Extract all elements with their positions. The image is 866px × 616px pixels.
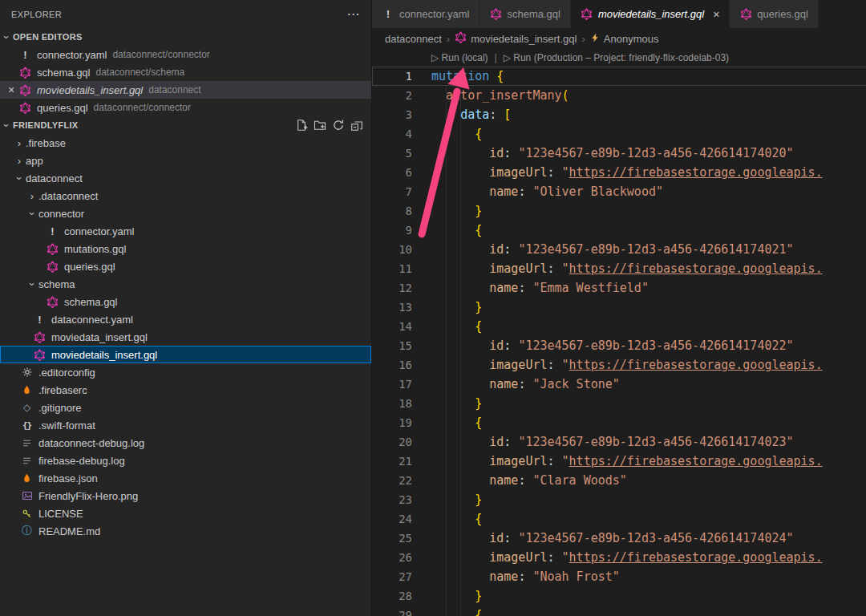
- folder-name: .firebase: [26, 137, 66, 149]
- code-text: {: [412, 509, 482, 529]
- graphql-icon: [32, 331, 47, 343]
- tree-item-connector[interactable]: ›connector: [0, 205, 371, 222]
- open-editor-item-connector-yaml[interactable]: ! connector.yaml dataconnect/connector: [0, 46, 371, 63]
- file-name: .gitignore: [38, 402, 81, 414]
- close-icon[interactable]: ×: [713, 8, 719, 21]
- info-icon: ⓘ: [19, 524, 34, 538]
- chevron-down-icon: ›: [26, 207, 38, 220]
- breadcrumb-item-dataconnect[interactable]: dataconnect: [385, 33, 442, 45]
- line-number: 20: [372, 432, 412, 452]
- open-editor-item-queries-gql[interactable]: queries.gql dataconnect/connector: [0, 99, 371, 116]
- codelens-run-production[interactable]: ▷ Run (Production – Project: friendly-fl…: [504, 49, 729, 67]
- tree-item-moviedata-insert-gql[interactable]: moviedata_insert.gql: [0, 328, 371, 346]
- tree-item-firebase[interactable]: ›.firebase: [0, 134, 371, 152]
- tab-moviedetails-insert-gql[interactable]: moviedetails_insert.gql ×: [571, 0, 730, 28]
- log-icon: [19, 456, 34, 466]
- code-line[interactable]: 1mutation {: [372, 67, 866, 86]
- line-number: 14: [372, 317, 412, 336]
- file-name: mutations.gql: [64, 243, 126, 255]
- file-name: firebase-debug.log: [38, 455, 125, 467]
- code-text: imageUrl: "https://firebasestorage.googl…: [412, 452, 823, 471]
- tab-label: moviedetails_insert.gql: [598, 8, 704, 20]
- line-number: 16: [372, 355, 412, 375]
- file-name: dataconnect-debug.log: [38, 437, 144, 449]
- chevron-right-icon: ›: [13, 137, 26, 149]
- tree-item-moviedetails-insert-gql[interactable]: moviedetails_insert.gql: [0, 346, 371, 363]
- breadcrumb-label: dataconnect: [385, 33, 442, 45]
- file-name: schema.gql: [64, 296, 117, 308]
- graphql-icon: [45, 296, 60, 308]
- line-number: 9: [372, 221, 412, 240]
- line-number: 12: [372, 278, 412, 298]
- code-text: {: [412, 221, 482, 240]
- open-editor-item-moviedetails-insert-gql[interactable]: × moviedetails_insert.gql dataconnect: [0, 81, 371, 99]
- open-editors-header[interactable]: › OPEN EDITORS: [0, 28, 371, 46]
- collapse-all-icon[interactable]: [350, 119, 363, 132]
- code-text: }: [412, 201, 482, 221]
- file-name: firebase.json: [38, 472, 98, 484]
- tree-item-firebase-json[interactable]: firebase.json: [0, 469, 371, 487]
- line-number: 18: [372, 394, 412, 413]
- code-text: name: "Emma Westfield": [412, 278, 649, 298]
- tree-item-license[interactable]: LICENSE: [0, 505, 371, 522]
- tree-item-schema[interactable]: ›schema: [0, 275, 371, 293]
- editor-pane: ! connector.yaml schema.gql moviedetails…: [372, 0, 866, 616]
- line-number: 7: [372, 182, 412, 201]
- code-text: {: [412, 606, 482, 616]
- workspace-folder-header[interactable]: › FRIENDLYFLIX: [0, 116, 371, 134]
- tree-item-firebase-debug-log[interactable]: firebase-debug.log: [0, 452, 371, 469]
- graphql-icon: [45, 261, 60, 273]
- tree-item-friendlyflix-hero-png[interactable]: FriendlyFlix-Hero.png: [0, 487, 371, 505]
- tab-queries-gql[interactable]: queries.gql: [730, 0, 819, 28]
- code-text: {: [412, 124, 482, 144]
- file-name: queries.gql: [37, 102, 88, 114]
- file-name: moviedetails_insert.gql: [51, 349, 157, 361]
- tree-item-firebaserc[interactable]: .firebaserc: [0, 381, 371, 399]
- tree-item-dataconnect[interactable]: ›dataconnect: [0, 169, 371, 187]
- tab-schema-gql[interactable]: schema.gql: [480, 0, 570, 28]
- tree-item-dataconnect-yaml[interactable]: !dataconnect.yaml: [0, 310, 371, 328]
- open-editors-label: OPEN EDITORS: [13, 32, 83, 42]
- chevron-right-icon: ›: [26, 190, 38, 202]
- new-file-icon[interactable]: [295, 119, 308, 132]
- new-folder-icon[interactable]: [314, 119, 326, 132]
- code-text: data: [: [412, 105, 511, 124]
- folder-name: connector: [38, 208, 84, 220]
- file-path: dataconnect/connector: [94, 102, 191, 113]
- tree-item-gitignore[interactable]: ◇.gitignore: [0, 399, 371, 416]
- refresh-icon[interactable]: [332, 119, 345, 132]
- tree-item-queries-gql[interactable]: queries.gql: [0, 257, 371, 275]
- file-path: dataconnect: [148, 84, 200, 95]
- tree-actions: [295, 119, 371, 132]
- chevron-right-icon: ›: [13, 155, 26, 167]
- tab-label: queries.gql: [757, 8, 808, 20]
- tree-item-editorconfig[interactable]: .editorconfig: [0, 363, 371, 381]
- graphql-icon: [32, 349, 47, 361]
- line-number: 27: [372, 567, 412, 586]
- log-icon: [19, 438, 34, 448]
- line-number: 22: [372, 471, 412, 490]
- code-text: }: [412, 298, 482, 317]
- open-editor-item-schema-gql[interactable]: schema.gql dataconnect/schema: [0, 63, 371, 81]
- graphql-icon: [18, 102, 33, 114]
- line-number: 5: [372, 144, 412, 163]
- tab-connector-yaml[interactable]: ! connector.yaml: [372, 0, 480, 28]
- line-number: 13: [372, 298, 412, 317]
- close-icon[interactable]: ×: [5, 83, 18, 96]
- more-actions-icon[interactable]: ⋯: [347, 8, 360, 21]
- tree-item-app[interactable]: ›app: [0, 152, 371, 169]
- tree-item-swift-format[interactable]: {}.swift-format: [0, 416, 371, 434]
- tree-item-mutations-gql[interactable]: mutations.gql: [0, 240, 371, 257]
- breadcrumb-item-moviedetails-insert-gql[interactable]: moviedetails_insert.gql: [455, 31, 577, 46]
- tree-item-readme-md[interactable]: ⓘREADME.md: [0, 522, 371, 540]
- tree-item-schema-gql[interactable]: schema.gql: [0, 293, 371, 310]
- file-name: FriendlyFlix-Hero.png: [38, 490, 138, 502]
- tree-item-dataconnect[interactable]: ›.dataconnect: [0, 187, 371, 205]
- breadcrumb-item-anonymous[interactable]: Anonymous: [590, 33, 659, 45]
- tree-item-connector-yaml[interactable]: !connector.yaml: [0, 222, 371, 240]
- chevron-down-icon: ›: [14, 172, 26, 184]
- codelens-run-local[interactable]: ▷ Run (local): [431, 49, 488, 67]
- line-number: 11: [372, 259, 412, 278]
- tree-item-dataconnect-debug-log[interactable]: dataconnect-debug.log: [0, 434, 371, 452]
- chevron-down-icon: ›: [1, 30, 13, 43]
